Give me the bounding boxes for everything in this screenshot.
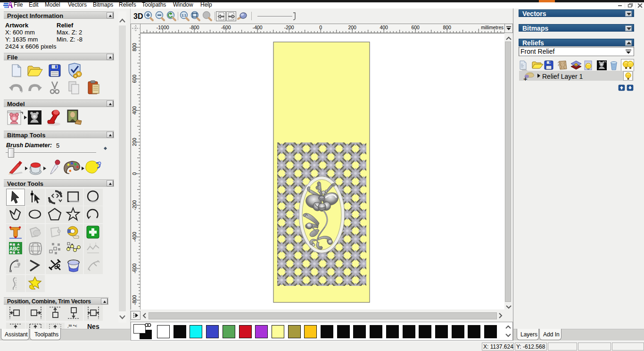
svg-text:1:1: 1:1 bbox=[182, 14, 186, 17]
svg-text:ABC: ABC bbox=[9, 246, 20, 251]
